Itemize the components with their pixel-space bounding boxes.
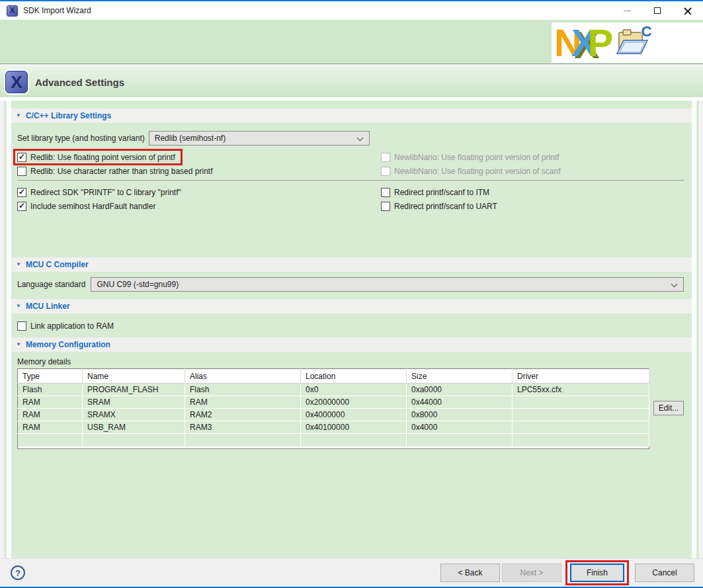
- checkbox-include-semihost-hardfault[interactable]: Include semihost HardFault handler: [17, 199, 381, 213]
- checkbox-redirect-uart[interactable]: Redirect printf/scanf to UART: [381, 199, 684, 213]
- checkbox-label: Include semihost HardFault handler: [30, 202, 155, 211]
- checkbox-redirect-itm[interactable]: Redirect printf/scanf to ITM: [381, 185, 684, 199]
- col-header-type: Type: [18, 369, 83, 384]
- minimize-icon: [624, 11, 631, 11]
- next-button: Next >: [502, 564, 561, 582]
- checkbox-box[interactable]: [381, 188, 390, 197]
- maximize-button[interactable]: [642, 1, 673, 20]
- checkbox-box-disabled: [381, 167, 390, 176]
- language-standard-value: GNU C99 (-std=gnu99): [97, 280, 179, 289]
- memory-details-label: Memory details: [11, 357, 692, 366]
- back-button[interactable]: < Back: [440, 564, 500, 582]
- logo-letter-p: P: [588, 24, 614, 62]
- cell-driver: [513, 434, 649, 446]
- checkbox-box[interactable]: [381, 202, 390, 211]
- checkbox-group-top: Redlib: Use floating point version of pr…: [11, 150, 692, 178]
- checkbox-redlib-float-printf[interactable]: Redlib: Use floating point version of pr…: [17, 150, 177, 164]
- cell-driver: LPC55xx.cfx: [513, 384, 649, 396]
- checkbox-box[interactable]: [17, 321, 26, 331]
- table-row-empty[interactable]: [18, 434, 649, 446]
- nxp-logo-letters: N X P: [554, 24, 613, 62]
- cell-location: 0x20000000: [301, 396, 407, 409]
- checkbox-box-disabled: [381, 153, 390, 162]
- cell-name: SRAMX: [83, 409, 185, 421]
- cell-name: SRAM: [83, 396, 185, 409]
- cell-name: USB_RAM: [83, 421, 185, 434]
- cell-type: Flash: [18, 384, 83, 396]
- checkbox-label: NewlibNano: Use floating point version o…: [394, 167, 560, 176]
- library-type-label: Set library type (and hosting variant): [17, 134, 145, 143]
- checkbox-redirect-sdk-printf[interactable]: Redirect SDK "PRINTF" to C library "prin…: [17, 185, 381, 199]
- cell-size: [407, 434, 513, 446]
- checkbox-box-checked[interactable]: [17, 188, 26, 197]
- page-header: X Advanced Settings: [0, 67, 703, 97]
- checkbox-link-to-ram[interactable]: Link application to RAM: [17, 319, 692, 333]
- help-icon: ?: [15, 568, 21, 578]
- cell-location: 0x40100000: [301, 421, 407, 434]
- collapse-triangle-icon: ▼: [16, 304, 21, 309]
- col-header-name: Name: [83, 369, 185, 384]
- checkbox-group-bottom: Redirect SDK "PRINTF" to C library "prin…: [11, 185, 692, 213]
- finish-button[interactable]: Finish: [570, 564, 624, 582]
- cell-size: 0xa0000: [407, 384, 513, 396]
- sdk-import-wizard-window: X SDK Import Wizard N X P: [0, 0, 703, 588]
- close-button[interactable]: [673, 1, 703, 20]
- col-header-size: Size: [407, 369, 513, 384]
- cell-name: [83, 434, 185, 446]
- cell-size: 0x4000: [407, 421, 513, 434]
- table-row[interactable]: RAM USB_RAM RAM3 0x40100000 0x4000: [18, 421, 649, 434]
- checkbox-label: Redirect printf/scanf to UART: [394, 202, 497, 211]
- col-header-alias: Alias: [185, 369, 301, 384]
- checkbox-label: NewlibNano: Use floating point version o…: [394, 153, 559, 162]
- cell-alias: Flash: [185, 384, 301, 396]
- cell-type: RAM: [18, 409, 83, 421]
- table-row[interactable]: RAM SRAMX RAM2 0x4000000 0x8000: [18, 409, 649, 421]
- code-folder-icon: C: [614, 24, 654, 62]
- checkbox-group-divider: [17, 180, 684, 181]
- title-bar: X SDK Import Wizard: [0, 0, 703, 20]
- cell-alias: RAM3: [185, 421, 301, 434]
- chevron-down-icon: [357, 135, 364, 142]
- table-row[interactable]: Flash PROGRAM_FLASH Flash 0x0 0xa0000 LP…: [18, 384, 649, 396]
- section-title: MCU C Compiler: [26, 260, 89, 269]
- language-standard-dropdown[interactable]: GNU C99 (-std=gnu99): [91, 277, 684, 292]
- checkbox-redlib-char-printf[interactable]: Redlib: Use character rather than string…: [17, 164, 381, 178]
- section-title: MCU Linker: [26, 302, 70, 311]
- checkbox-label: Redirect printf/scanf to ITM: [394, 188, 489, 197]
- cell-alias: RAM: [185, 396, 301, 409]
- col-header-driver: Driver: [513, 369, 649, 384]
- minimize-button[interactable]: [612, 1, 642, 20]
- banner: N X P C: [0, 20, 703, 63]
- checkbox-box-checked[interactable]: [17, 153, 26, 162]
- section-header-library-settings[interactable]: ▼ C/C++ Library Settings: [11, 108, 692, 123]
- folder-c-letter: C: [641, 23, 651, 40]
- help-button[interactable]: ?: [11, 566, 25, 580]
- cell-driver: [513, 409, 649, 421]
- section-header-mcu-c-compiler[interactable]: ▼ MCU C Compiler: [11, 257, 692, 272]
- edit-button[interactable]: Edit...: [653, 401, 684, 415]
- col-header-location: Location: [301, 369, 407, 384]
- cell-alias: RAM2: [185, 409, 301, 421]
- cell-driver: [513, 421, 649, 434]
- cancel-button[interactable]: Cancel: [635, 564, 694, 582]
- window-title: SDK Import Wizard: [23, 6, 91, 15]
- window-controls: [612, 1, 703, 20]
- section-header-mcu-linker[interactable]: ▼ MCU Linker: [11, 299, 692, 314]
- memory-table: Type Name Alias Location Size Driver Fla…: [17, 368, 649, 449]
- table-row[interactable]: RAM SRAM RAM 0x20000000 0x44000: [18, 396, 649, 409]
- linker-options: Link application to RAM: [11, 319, 692, 333]
- library-type-row: Set library type (and hosting variant) R…: [11, 131, 692, 146]
- collapse-triangle-icon: ▼: [16, 342, 21, 347]
- library-type-dropdown[interactable]: Redlib (semihost-nf): [149, 131, 370, 146]
- content-panel: ▼ C/C++ Library Settings Set library typ…: [7, 101, 696, 558]
- cell-type: RAM: [18, 421, 83, 434]
- section-header-memory-configuration[interactable]: ▼ Memory Configuration: [11, 337, 692, 352]
- content-outer: ▼ C/C++ Library Settings Set library typ…: [4, 101, 699, 558]
- wizard-x-icon: X: [5, 71, 28, 93]
- section-title: C/C++ Library Settings: [26, 111, 111, 120]
- cell-name: PROGRAM_FLASH: [83, 384, 185, 396]
- cell-size: 0x44000: [407, 396, 513, 409]
- maximize-icon: [654, 7, 661, 14]
- checkbox-box-checked[interactable]: [17, 202, 26, 211]
- checkbox-box[interactable]: [17, 167, 26, 176]
